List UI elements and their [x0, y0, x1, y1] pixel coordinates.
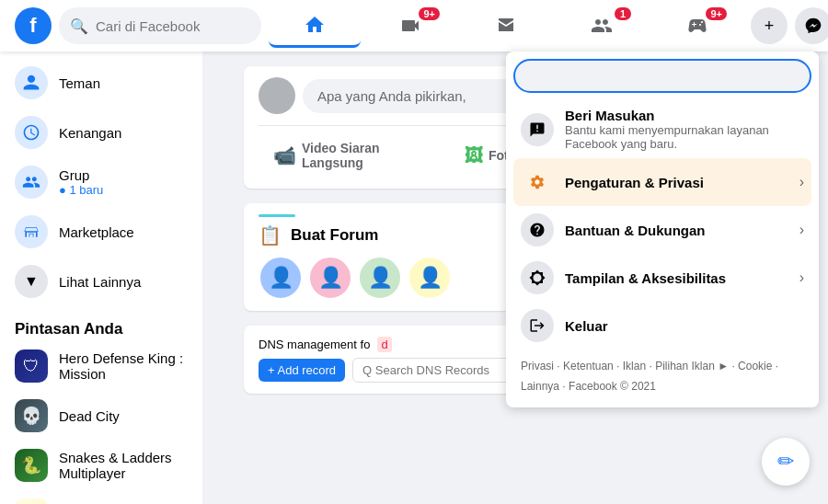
tampilan-title: Tampilan & Aksesibilitas [565, 270, 788, 286]
hero-icon: 🛡 [15, 349, 48, 383]
nav-video[interactable]: 9+ [364, 4, 456, 48]
footer-pilihan-iklan-link[interactable]: Pilihan Iklan ► [655, 360, 729, 372]
shortcut-deadcity[interactable]: 💀 Dead City [7, 392, 195, 440]
friends-badge: 1 [615, 7, 631, 20]
grup-icon [15, 166, 48, 199]
hero-label: Hero Defense King : Mission [59, 350, 188, 382]
pintasan-title: Pintasan Anda [7, 313, 195, 342]
facebook-logo[interactable]: f [15, 7, 52, 44]
dns-add-btn[interactable]: + Add record [259, 359, 345, 382]
shortcut-icecream[interactable]: 🍦 Ice Cream Shop [7, 491, 195, 504]
dropdown-footer: Privasi · Ketentuan · Iklan · Pilihan Ik… [513, 349, 811, 400]
dropdown-pengaturan[interactable]: Pengaturan & Privasi › [513, 158, 811, 206]
lihat-lainnya-top[interactable]: ▼ Lihat Lainnya [7, 258, 195, 305]
video-badge: 9+ [419, 7, 440, 20]
beri-masukan-sub: Bantu kami menyempurnakan layanan Facebo… [565, 123, 804, 151]
live-icon: 📹 [273, 144, 296, 166]
search-bar[interactable]: 🔍 [59, 7, 261, 44]
edit-fab[interactable]: ✏ [762, 438, 810, 486]
add-button[interactable]: + [751, 7, 788, 44]
feedback-icon [521, 113, 554, 146]
teal-line [259, 214, 295, 217]
footer-lainnya-link[interactable]: Lainnya · [521, 380, 566, 393]
pengaturan-text: Pengaturan & Privasi [565, 175, 788, 190]
sidebar: Teman Kenangan Grup ● 1 baru Marketplace… [0, 52, 202, 504]
sidebar-item-teman[interactable]: Teman [7, 59, 195, 107]
forum-avatar-3: 👤 [358, 256, 402, 300]
footer-privasi-link[interactable]: Privasi [521, 360, 554, 372]
beri-masukan-text: Beri Masukan Bantu kami menyempurnakan l… [565, 108, 804, 151]
dropdown-tampilan[interactable]: Tampilan & Aksesibilitas › [513, 254, 811, 302]
topbar: f 🔍 9+ 1 9+ + [0, 0, 828, 52]
grup-sublabel: ● 1 baru [59, 183, 103, 197]
keluar-title: Keluar [565, 318, 804, 334]
dropdown-keluar[interactable]: Keluar [513, 302, 811, 349]
beri-masukan-title: Beri Masukan [565, 108, 804, 123]
footer-cookie-link[interactable]: Cookie [738, 360, 772, 372]
forum-avatar-1: 👤 [259, 256, 303, 300]
keluar-text: Keluar [565, 318, 804, 334]
live-video-btn[interactable]: 📹 Video Siaran Langsung [259, 133, 423, 178]
marketplace-label: Marketplace [59, 224, 134, 240]
dropdown-bantuan[interactable]: Bantuan & Dukungan › [513, 206, 811, 254]
chevron-down-icon: ▼ [15, 265, 48, 298]
kenangan-icon [15, 116, 48, 149]
forum-avatar-4: 👤 [408, 256, 452, 300]
account-dropdown: Beri Masukan Bantu kami menyempurnakan l… [506, 52, 819, 407]
kenangan-label: Kenangan [59, 125, 121, 141]
sidebar-item-kenangan[interactable]: Kenangan [7, 109, 195, 156]
search-input[interactable] [96, 18, 250, 34]
shortcut-hero[interactable]: 🛡 Hero Defense King : Mission [7, 342, 195, 390]
nav-home[interactable] [269, 4, 361, 48]
logout-icon [521, 309, 554, 342]
search-icon: 🔍 [70, 17, 88, 35]
dns-highlight: d [377, 337, 391, 352]
messenger-button[interactable] [795, 7, 828, 44]
photo-icon: 🖼 [465, 145, 483, 166]
forum-icon: 📋 [259, 224, 282, 246]
edit-icon: ✏ [777, 450, 794, 474]
deadcity-label: Dead City [59, 408, 120, 424]
nav-friends[interactable]: 1 [556, 4, 648, 48]
footer-ketentuan-link[interactable]: Ketentuan [563, 360, 614, 372]
dns-title-text: DNS management fo [259, 338, 370, 351]
sidebar-item-marketplace[interactable]: Marketplace [7, 208, 195, 256]
plus-icon: + [765, 17, 775, 36]
footer-copyright: Facebook © 2021 [569, 380, 656, 393]
teman-label: Teman [59, 75, 100, 91]
tampilan-chevron-icon: › [799, 269, 804, 286]
tampilan-text: Tampilan & Aksesibilitas [565, 270, 788, 286]
help-icon [521, 213, 554, 246]
teman-icon [15, 66, 48, 99]
nav-store[interactable] [460, 4, 552, 48]
marketplace-icon [15, 215, 48, 248]
forum-title: Buat Forum [291, 226, 378, 245]
grup-label: Grup [59, 167, 103, 183]
shortcut-snakes[interactable]: 🐍 Snakes & Ladders Multiplayer [7, 441, 195, 489]
user-avatar [259, 77, 295, 114]
bantuan-text: Bantuan & Dukungan [565, 223, 788, 238]
pengaturan-title: Pengaturan & Privasi [565, 175, 788, 190]
sidebar-item-grup[interactable]: Grup ● 1 baru [7, 158, 195, 206]
dropdown-search-input[interactable] [513, 59, 811, 93]
bantuan-title: Bantuan & Dukungan [565, 223, 788, 238]
icecream-icon: 🍦 [15, 498, 48, 504]
snakes-label: Snakes & Ladders Multiplayer [59, 450, 188, 481]
pengaturan-chevron-icon: › [799, 174, 804, 190]
nav-gaming[interactable]: 9+ [651, 4, 743, 48]
lihat-lainnya-top-label: Lihat Lainnya [59, 274, 141, 290]
snakes-icon: 🐍 [15, 449, 48, 482]
live-label: Video Siaran Langsung [302, 141, 408, 170]
grup-text: Grup ● 1 baru [59, 167, 103, 197]
bantuan-chevron-icon: › [799, 222, 804, 238]
gaming-badge: 9+ [706, 7, 727, 20]
deadcity-icon: 💀 [15, 399, 48, 432]
topbar-actions: + 7 1 [751, 7, 828, 44]
settings-icon [521, 166, 554, 199]
nav-icons: 9+ 1 9+ [269, 4, 743, 48]
forum-avatar-2: 👤 [308, 256, 352, 300]
dropdown-beri-masukan[interactable]: Beri Masukan Bantu kami menyempurnakan l… [513, 100, 811, 158]
display-icon [521, 261, 554, 294]
footer-iklan-link[interactable]: Iklan [623, 360, 646, 372]
